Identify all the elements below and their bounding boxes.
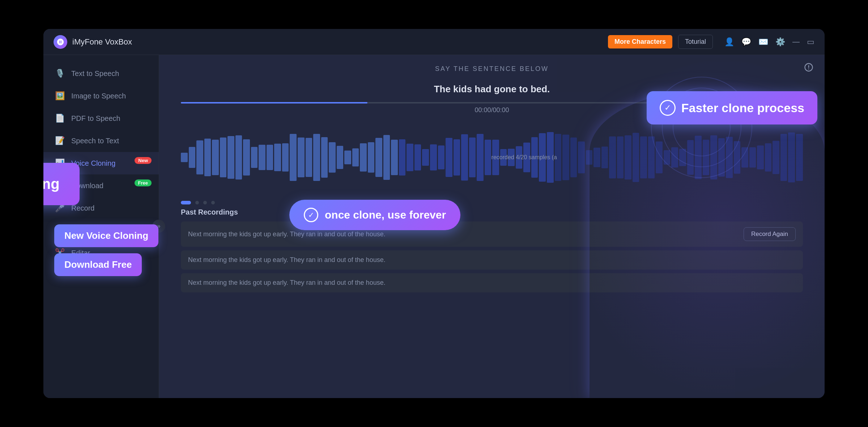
- recording-text-3: Next morning the kids got up early. They…: [188, 279, 386, 287]
- download-free-text: Download Free: [64, 259, 132, 270]
- user-icon[interactable]: 👤: [724, 37, 734, 47]
- title-bar-actions: More Characters Toturial 👤 💬 ✉️ ⚙️ — ▭: [608, 35, 814, 49]
- controls-row: [159, 201, 825, 204]
- main-layout: 🎙️ Text to Speech 🖼️ Image to Speech 📄 P…: [43, 55, 825, 398]
- past-recordings-title: Past Recordings: [181, 208, 803, 216]
- maximize-icon[interactable]: ▭: [807, 37, 814, 47]
- title-bar: iMyFone VoxBox More Characters Toturial …: [43, 29, 825, 55]
- tutorial-button[interactable]: Toturial: [678, 35, 713, 49]
- app-title: iMyFone VoxBox: [72, 37, 608, 47]
- record-again-button-1[interactable]: Record Again: [744, 227, 796, 241]
- mail-icon[interactable]: ✉️: [758, 37, 768, 47]
- text-to-speech-icon: 🎙️: [55, 69, 65, 78]
- text-to-speech-label: Text to Speech: [71, 69, 119, 78]
- speech-to-text-icon: 📝: [55, 136, 65, 145]
- sidebar-item-text-to-speech[interactable]: 🎙️ Text to Speech: [43, 62, 159, 85]
- once-clone-check-icon: ✓: [304, 208, 318, 222]
- speech-to-text-label: Speech to Text: [71, 137, 119, 145]
- waveform-area: recorded 4/20 samples (a: [159, 121, 825, 194]
- logo-icon: [56, 38, 64, 46]
- sidebar-item-pdf-to-speech[interactable]: 📄 PDF to Speech: [43, 107, 159, 130]
- new-voice-cloning-badge: New Voice Cloning: [54, 224, 158, 247]
- once-clone-badge: ✓ once clone, use forever: [289, 200, 460, 230]
- sidebar-item-speech-to-text[interactable]: 📝 Speech to Text: [43, 130, 159, 152]
- past-recordings-section: Past Recordings Next morning the kids go…: [159, 208, 825, 292]
- content-area: SAY THE SENTENCE BELOW The kids had gone…: [159, 55, 825, 398]
- once-clone-text: once clone, use forever: [325, 209, 446, 221]
- recording-text-2: Next morning the kids got up early. They…: [188, 256, 386, 264]
- sidebar-item-image-to-speech[interactable]: 🖼️ Image to Speech: [43, 85, 159, 107]
- record-label: Record: [71, 204, 94, 212]
- discord-icon[interactable]: 💬: [741, 37, 751, 47]
- settings-icon[interactable]: ⚙️: [775, 37, 785, 47]
- faster-clone-text: Faster clone process: [681, 101, 804, 115]
- pdf-to-speech-icon: 📄: [55, 114, 65, 123]
- app-logo: [54, 35, 67, 49]
- free-badge: Free: [135, 179, 152, 186]
- new-badge: New: [135, 157, 152, 164]
- voice-cloning-float-badge: 📊 Voice Cloning: [43, 163, 80, 205]
- app-window: iMyFone VoxBox More Characters Toturial …: [43, 29, 825, 398]
- instruction-bar: SAY THE SENTENCE BELOW: [159, 55, 825, 76]
- top-right-icon: [804, 62, 814, 75]
- recording-item-1: Next morning the kids got up early. They…: [181, 221, 803, 247]
- recording-item-3: Next morning the kids got up early. They…: [181, 273, 803, 292]
- image-to-speech-icon: 🖼️: [55, 91, 65, 101]
- faster-clone-badge: ✓ Faster clone process: [647, 91, 817, 124]
- dot-inactive-3: [211, 201, 215, 204]
- recording-item-2: Next morning the kids got up early. They…: [181, 250, 803, 270]
- new-voice-cloning-text: New Voice Cloning: [64, 230, 148, 241]
- image-to-speech-label: Image to Speech: [71, 92, 126, 100]
- progress-bar-fill: [181, 102, 367, 103]
- pdf-to-speech-label: PDF to Speech: [71, 114, 120, 123]
- voice-cloning-float-text: Voice Cloning: [43, 176, 60, 192]
- dot-active: [181, 201, 191, 204]
- samples-recorded-text: recorded 4/20 samples (a: [492, 154, 557, 161]
- faster-check-icon: ✓: [660, 100, 676, 116]
- recording-text-1: Next morning the kids got up early. They…: [188, 231, 386, 238]
- dot-inactive-1: [195, 201, 199, 204]
- minimize-icon[interactable]: —: [792, 38, 800, 46]
- dot-inactive-2: [203, 201, 207, 204]
- download-free-badge: Download Free: [54, 253, 142, 276]
- title-bar-icons: 👤 💬 ✉️ ⚙️ — ▭: [724, 37, 814, 47]
- more-characters-button[interactable]: More Characters: [608, 35, 672, 48]
